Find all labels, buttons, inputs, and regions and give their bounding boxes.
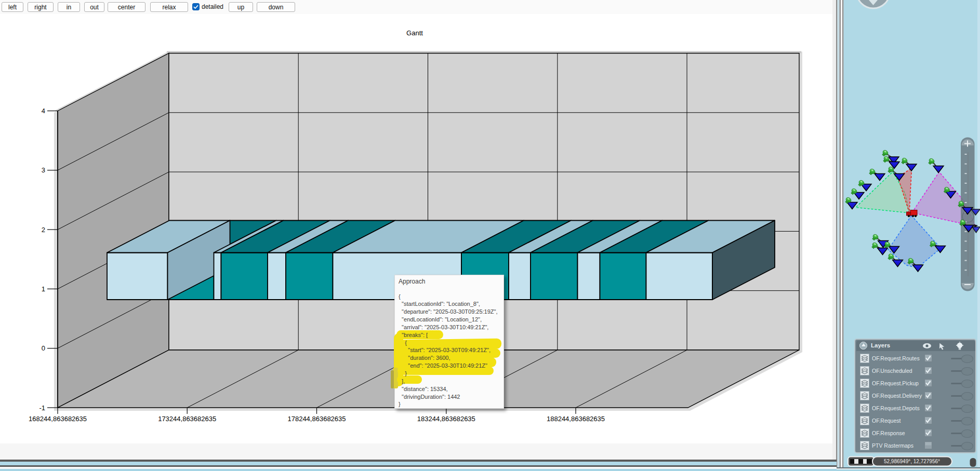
svg-text:183244,863682635: 183244,863682635 [417,415,475,423]
svg-text:188244,863682635: 188244,863682635 [547,415,605,423]
svg-text:Gantt: Gantt [406,29,423,37]
svg-text:2: 2 [42,226,45,234]
svg-text:-1: -1 [39,404,45,412]
svg-text:1: 1 [42,285,45,293]
svg-text:52,986949°, 12,727956°: 52,986949°, 12,727956° [884,459,940,464]
svg-text:178244,863682635: 178244,863682635 [287,415,346,423]
svg-text:4: 4 [42,107,45,115]
svg-text:0: 0 [42,344,45,352]
svg-text:168244,863682635: 168244,863682635 [29,415,87,423]
svg-text:3: 3 [42,166,45,174]
svg-text:173244,863682635: 173244,863682635 [158,415,216,423]
